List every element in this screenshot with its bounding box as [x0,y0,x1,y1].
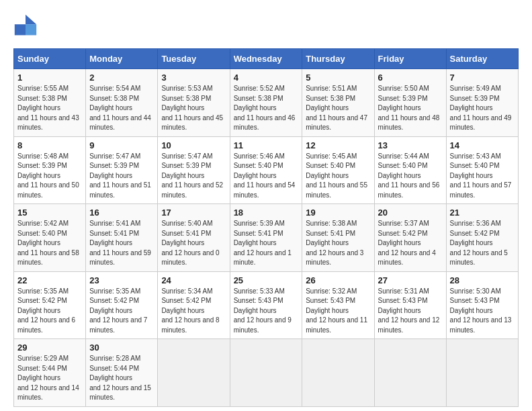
day-info: Sunrise: 5:36 AMSunset: 5:42 PMDaylight … [450,219,515,268]
calendar-cell: 2 Sunrise: 5:54 AMSunset: 5:38 PMDayligh… [86,69,158,137]
day-info: Sunrise: 5:34 AMSunset: 5:42 PMDaylight … [161,287,226,336]
day-info: Sunrise: 5:42 AMSunset: 5:40 PMDaylight … [17,219,82,268]
day-number: 13 [378,140,443,150]
day-info: Sunrise: 5:54 AMSunset: 5:38 PMDaylight … [89,84,154,133]
calendar-cell: 11 Sunrise: 5:46 AMSunset: 5:40 PMDaylig… [230,136,302,204]
calendar-cell: 4 Sunrise: 5:52 AMSunset: 5:38 PMDayligh… [230,69,302,137]
day-number: 19 [306,208,370,218]
calendar-cell: 6 Sunrise: 5:50 AMSunset: 5:39 PMDayligh… [374,69,446,137]
calendar-week-row: 22 Sunrise: 5:35 AMSunset: 5:42 PMDaylig… [14,271,519,339]
calendar-cell: 16 Sunrise: 5:41 AMSunset: 5:41 PMDaylig… [86,204,158,272]
calendar-cell: 15 Sunrise: 5:42 AMSunset: 5:40 PMDaylig… [14,204,86,272]
calendar-cell: 10 Sunrise: 5:47 AMSunset: 5:39 PMDaylig… [158,136,230,204]
calendar-cell: 12 Sunrise: 5:45 AMSunset: 5:40 PMDaylig… [302,136,374,204]
calendar-cell: 30 Sunrise: 5:28 AMSunset: 5:44 PMDaylig… [86,339,158,407]
day-info: Sunrise: 5:29 AMSunset: 5:44 PMDaylight … [17,354,82,403]
day-number: 20 [378,208,443,218]
day-number: 10 [161,140,226,150]
weekday-header: Sunday [14,49,86,69]
calendar-cell: 7 Sunrise: 5:49 AMSunset: 5:39 PMDayligh… [446,69,518,137]
calendar-cell [230,339,302,407]
calendar-cell: 19 Sunrise: 5:38 AMSunset: 5:41 PMDaylig… [302,204,374,272]
day-info: Sunrise: 5:47 AMSunset: 5:39 PMDaylight … [89,152,154,201]
svg-marker-0 [26,15,36,24]
day-number: 25 [234,275,299,285]
day-number: 7 [450,73,515,83]
day-info: Sunrise: 5:39 AMSunset: 5:41 PMDaylight … [234,219,299,268]
day-info: Sunrise: 5:38 AMSunset: 5:41 PMDaylight … [306,219,370,268]
calendar-cell: 24 Sunrise: 5:34 AMSunset: 5:42 PMDaylig… [158,271,230,339]
day-number: 28 [450,275,515,285]
day-info: Sunrise: 5:49 AMSunset: 5:39 PMDaylight … [450,84,515,133]
day-number: 6 [378,73,443,83]
calendar-cell: 13 Sunrise: 5:44 AMSunset: 5:40 PMDaylig… [374,136,446,204]
calendar-week-row: 29 Sunrise: 5:29 AMSunset: 5:44 PMDaylig… [14,339,519,407]
calendar-cell: 5 Sunrise: 5:51 AMSunset: 5:38 PMDayligh… [302,69,374,137]
weekday-header: Monday [86,49,158,69]
day-number: 8 [17,140,82,150]
day-number: 15 [17,208,82,218]
day-info: Sunrise: 5:55 AMSunset: 5:38 PMDaylight … [17,84,82,133]
day-info: Sunrise: 5:41 AMSunset: 5:41 PMDaylight … [89,219,154,268]
logo [13,13,40,38]
calendar-week-row: 15 Sunrise: 5:42 AMSunset: 5:40 PMDaylig… [14,204,519,272]
day-number: 26 [306,275,370,285]
day-info: Sunrise: 5:35 AMSunset: 5:42 PMDaylight … [89,287,154,336]
day-number: 23 [89,275,154,285]
day-info: Sunrise: 5:40 AMSunset: 5:41 PMDaylight … [161,219,226,268]
calendar-cell: 8 Sunrise: 5:48 AMSunset: 5:39 PMDayligh… [14,136,86,204]
weekday-header: Friday [374,49,446,69]
calendar-cell: 27 Sunrise: 5:31 AMSunset: 5:43 PMDaylig… [374,271,446,339]
weekday-header: Saturday [446,49,518,69]
calendar-body: 1 Sunrise: 5:55 AMSunset: 5:38 PMDayligh… [14,69,519,407]
calendar-cell: 29 Sunrise: 5:29 AMSunset: 5:44 PMDaylig… [14,339,86,407]
day-info: Sunrise: 5:35 AMSunset: 5:42 PMDaylight … [17,287,82,336]
calendar-cell [374,339,446,407]
day-number: 30 [89,342,154,353]
weekday-header: Thursday [302,49,374,69]
day-info: Sunrise: 5:43 AMSunset: 5:40 PMDaylight … [450,152,515,201]
day-info: Sunrise: 5:52 AMSunset: 5:38 PMDaylight … [234,84,299,133]
calendar-cell: 21 Sunrise: 5:36 AMSunset: 5:42 PMDaylig… [446,204,518,272]
day-number: 1 [17,73,82,83]
calendar-cell: 22 Sunrise: 5:35 AMSunset: 5:42 PMDaylig… [14,271,86,339]
weekday-header: Wednesday [230,49,302,69]
day-number: 29 [17,342,82,353]
day-info: Sunrise: 5:32 AMSunset: 5:43 PMDaylight … [306,287,370,336]
day-number: 27 [378,275,443,285]
calendar-cell: 28 Sunrise: 5:30 AMSunset: 5:43 PMDaylig… [446,271,518,339]
day-info: Sunrise: 5:28 AMSunset: 5:44 PMDaylight … [89,354,154,403]
day-info: Sunrise: 5:30 AMSunset: 5:43 PMDaylight … [450,287,515,336]
day-number: 18 [234,208,299,218]
calendar-cell: 26 Sunrise: 5:32 AMSunset: 5:43 PMDaylig… [302,271,374,339]
day-number: 14 [450,140,515,150]
day-number: 16 [89,208,154,218]
day-info: Sunrise: 5:37 AMSunset: 5:42 PMDaylight … [378,219,443,268]
calendar-week-row: 1 Sunrise: 5:55 AMSunset: 5:38 PMDayligh… [14,69,519,137]
calendar-cell [302,339,374,407]
day-number: 11 [234,140,299,150]
day-info: Sunrise: 5:50 AMSunset: 5:39 PMDaylight … [378,84,443,133]
svg-marker-1 [26,24,36,35]
calendar-cell: 20 Sunrise: 5:37 AMSunset: 5:42 PMDaylig… [374,204,446,272]
day-number: 17 [161,208,226,218]
day-number: 24 [161,275,226,285]
day-number: 2 [89,73,154,83]
calendar-cell [446,339,518,407]
day-number: 9 [89,140,154,150]
calendar-cell: 3 Sunrise: 5:53 AMSunset: 5:38 PMDayligh… [158,69,230,137]
day-number: 5 [306,73,370,83]
calendar-cell: 23 Sunrise: 5:35 AMSunset: 5:42 PMDaylig… [86,271,158,339]
calendar-week-row: 8 Sunrise: 5:48 AMSunset: 5:39 PMDayligh… [14,136,519,204]
calendar-cell: 9 Sunrise: 5:47 AMSunset: 5:39 PMDayligh… [86,136,158,204]
calendar-header-row: SundayMondayTuesdayWednesdayThursdayFrid… [14,49,519,69]
day-info: Sunrise: 5:48 AMSunset: 5:39 PMDaylight … [17,152,82,201]
day-number: 4 [234,73,299,83]
calendar-cell: 18 Sunrise: 5:39 AMSunset: 5:41 PMDaylig… [230,204,302,272]
day-info: Sunrise: 5:33 AMSunset: 5:43 PMDaylight … [234,287,299,336]
day-info: Sunrise: 5:44 AMSunset: 5:40 PMDaylight … [378,152,443,201]
day-info: Sunrise: 5:46 AMSunset: 5:40 PMDaylight … [234,152,299,201]
calendar-table: SundayMondayTuesdayWednesdayThursdayFrid… [13,48,519,407]
day-info: Sunrise: 5:47 AMSunset: 5:39 PMDaylight … [161,152,226,201]
calendar-cell: 25 Sunrise: 5:33 AMSunset: 5:43 PMDaylig… [230,271,302,339]
